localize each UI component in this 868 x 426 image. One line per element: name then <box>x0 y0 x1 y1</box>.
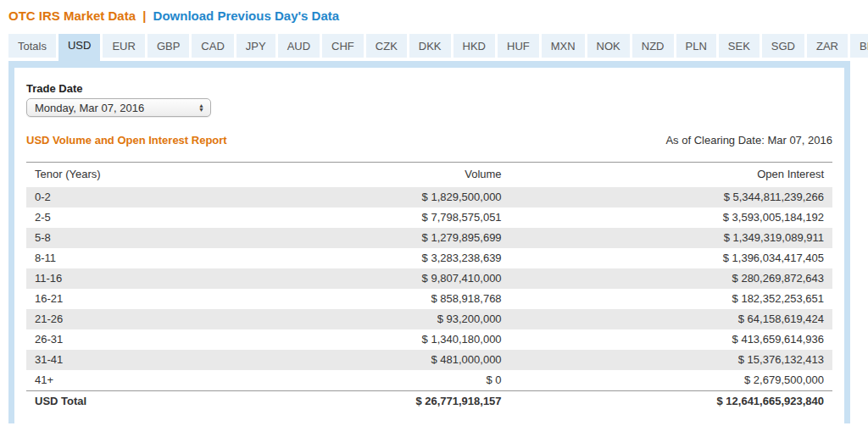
col-header-tenor: Tenor (Years) <box>26 163 268 188</box>
tab-totals[interactable]: Totals <box>8 34 56 58</box>
table-row: 0-2 $ 1,829,500,000 $ 5,344,811,239,266 <box>26 187 832 207</box>
open-interest-cell: $ 280,269,872,643 <box>510 268 832 289</box>
table-header-row: Tenor (Years) Volume Open Interest <box>26 163 832 188</box>
total-label: USD Total <box>26 391 268 412</box>
volume-cell: $ 1,279,895,699 <box>268 228 509 248</box>
tenor-cell: 31-41 <box>26 350 268 370</box>
table-row: 21-26 $ 93,200,000 $ 64,158,619,424 <box>26 309 832 329</box>
volume-open-interest-table: Tenor (Years) Volume Open Interest 0-2 $… <box>26 162 832 412</box>
tenor-cell: 11-16 <box>26 268 268 289</box>
tab-czk[interactable]: CZK <box>366 34 407 58</box>
tenor-cell: 8-11 <box>26 248 268 268</box>
tenor-cell: 5-8 <box>26 228 268 248</box>
tenor-cell: 2-5 <box>26 207 268 228</box>
table-total-row: USD Total $ 26,771,918,157 $ 12,641,665,… <box>26 391 832 412</box>
tab-nzd[interactable]: NZD <box>632 34 674 58</box>
table-row: 31-41 $ 481,000,000 $ 15,376,132,413 <box>26 350 832 370</box>
report-heading: USD Volume and Open Interest Report <box>26 134 227 147</box>
table-row: 5-8 $ 1,279,895,699 $ 1,349,319,089,911 <box>26 228 832 248</box>
tab-gbp[interactable]: GBP <box>147 34 189 58</box>
tenor-cell: 41+ <box>26 370 268 391</box>
volume-cell: $ 9,807,410,000 <box>268 268 509 289</box>
select-stepper-icon: ▲▼ <box>198 103 204 112</box>
volume-cell: $ 481,000,000 <box>268 350 509 370</box>
volume-cell: $ 1,340,180,000 <box>268 329 509 350</box>
open-interest-cell: $ 3,593,005,184,192 <box>510 207 832 228</box>
tab-jpy[interactable]: JPY <box>236 34 275 58</box>
tab-nok[interactable]: NOK <box>587 34 630 58</box>
open-interest-cell: $ 64,158,619,424 <box>510 309 832 329</box>
open-interest-cell: $ 1,349,319,089,911 <box>510 228 832 248</box>
table-row: 16-21 $ 858,918,768 $ 182,352,253,651 <box>26 289 832 309</box>
col-header-volume: Volume <box>268 163 509 188</box>
currency-tabbar: Totals USD EUR GBP CAD JPY AUD CHF CZK D… <box>8 34 868 58</box>
page-title: OTC IRS Market Data <box>8 8 136 23</box>
volume-cell: $ 858,918,768 <box>268 289 509 309</box>
volume-cell: $ 1,829,500,000 <box>268 187 509 207</box>
tab-pln[interactable]: PLN <box>676 34 716 58</box>
otc-irs-market-data-page: OTC IRS Market Data | Download Previous … <box>0 0 868 426</box>
tab-usd[interactable]: USD <box>58 34 100 68</box>
tab-sgd[interactable]: SGD <box>762 34 804 58</box>
trade-date-label: Trade Date <box>26 82 832 95</box>
tab-cad[interactable]: CAD <box>192 34 233 58</box>
open-interest-cell: $ 1,396,034,417,405 <box>510 248 832 268</box>
open-interest-cell: $ 413,659,614,936 <box>510 329 832 350</box>
tab-dkk[interactable]: DKK <box>409 34 451 58</box>
usd-content-panel: Trade Date Monday, Mar 07, 2016 ▲▼ USD V… <box>8 61 850 423</box>
page-header: OTC IRS Market Data | Download Previous … <box>0 0 868 23</box>
total-open-interest: $ 12,641,665,923,840 <box>510 391 832 412</box>
tab-aud[interactable]: AUD <box>278 34 320 58</box>
report-as-of-date: As of Clearing Date: Mar 07, 2016 <box>665 134 832 147</box>
open-interest-cell: $ 182,352,253,651 <box>510 289 832 309</box>
open-interest-cell: $ 2,679,500,000 <box>510 370 832 391</box>
tab-hkd[interactable]: HKD <box>453 34 495 58</box>
title-separator: | <box>139 8 149 23</box>
trade-date-selected-value: Monday, Mar 07, 2016 <box>35 102 144 114</box>
trade-date-select[interactable]: Monday, Mar 07, 2016 ▲▼ <box>26 98 211 117</box>
tab-brl[interactable]: BRL <box>850 34 868 58</box>
tab-zar[interactable]: ZAR <box>807 34 848 58</box>
col-header-open-interest: Open Interest <box>510 163 832 188</box>
tab-huf[interactable]: HUF <box>498 34 539 58</box>
tab-mxn[interactable]: MXN <box>542 34 585 58</box>
open-interest-cell: $ 15,376,132,413 <box>510 350 832 370</box>
volume-cell: $ 0 <box>268 370 509 391</box>
tab-chf[interactable]: CHF <box>322 34 364 58</box>
volume-cell: $ 3,283,238,639 <box>268 248 509 268</box>
tenor-cell: 21-26 <box>26 309 268 329</box>
volume-cell: $ 7,798,575,051 <box>268 207 509 228</box>
open-interest-cell: $ 5,344,811,239,266 <box>510 187 832 207</box>
table-row: 11-16 $ 9,807,410,000 $ 280,269,872,643 <box>26 268 832 289</box>
tenor-cell: 16-21 <box>26 289 268 309</box>
table-row: 2-5 $ 7,798,575,051 $ 3,593,005,184,192 <box>26 207 832 228</box>
tenor-cell: 0-2 <box>26 187 268 207</box>
table-row: 41+ $ 0 $ 2,679,500,000 <box>26 370 832 391</box>
table-row: 26-31 $ 1,340,180,000 $ 413,659,614,936 <box>26 329 832 350</box>
tenor-cell: 26-31 <box>26 329 268 350</box>
tab-eur[interactable]: EUR <box>103 34 144 58</box>
table-row: 8-11 $ 3,283,238,639 $ 1,396,034,417,405 <box>26 248 832 268</box>
total-volume: $ 26,771,918,157 <box>268 391 509 412</box>
download-previous-day-link[interactable]: Download Previous Day's Data <box>153 8 339 23</box>
tab-sek[interactable]: SEK <box>719 34 760 58</box>
volume-cell: $ 93,200,000 <box>268 309 509 329</box>
